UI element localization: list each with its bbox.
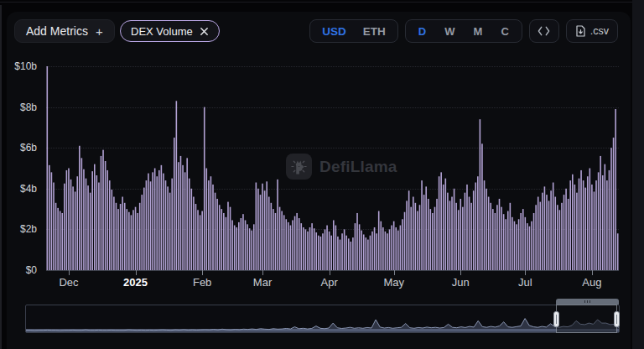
plus-icon: + (96, 24, 103, 39)
toolbar-right-controls: USD ETH D W M C (309, 19, 618, 43)
top-divider (0, 2, 644, 3)
left-edge-strip (0, 5, 2, 349)
interval-option-weekly[interactable]: W (435, 25, 464, 38)
watermark: DefiLlama (286, 154, 397, 180)
add-metrics-button[interactable]: Add Metrics + (14, 19, 115, 43)
currency-option-usd[interactable]: USD (314, 25, 355, 38)
download-csv-button[interactable]: .csv (566, 19, 618, 43)
interval-option-monthly[interactable]: M (465, 25, 492, 38)
metric-chip-label: DEX Volume (131, 25, 193, 38)
navigator-right-handle[interactable] (614, 311, 620, 327)
code-brackets-icon (538, 26, 550, 36)
toolbar: Add Metrics + DEX Volume USD ETH D W M (7, 19, 631, 44)
navigator-data-shadow (26, 305, 619, 332)
currency-option-eth[interactable]: ETH (355, 25, 394, 38)
navigator-drag-grip[interactable] (556, 299, 620, 305)
csv-label: .csv (590, 25, 609, 37)
add-metrics-label: Add Metrics (26, 24, 88, 38)
interval-option-daily[interactable]: D (409, 25, 435, 38)
csv-file-icon (575, 25, 586, 37)
defillama-logo-icon (286, 154, 312, 180)
dex-volume-dashboard: Add Metrics + DEX Volume USD ETH D W M (0, 0, 644, 349)
currency-toggle-group: USD ETH (309, 19, 398, 43)
time-range-navigator[interactable] (25, 305, 620, 333)
close-icon[interactable] (200, 27, 209, 36)
watermark-text: DefiLlama (319, 158, 397, 176)
interval-toggle-group: D W M C (405, 19, 522, 43)
metric-chip-dex-volume[interactable]: DEX Volume (120, 20, 220, 42)
navigator-left-handle[interactable] (553, 311, 559, 327)
interval-option-cumulative[interactable]: C (491, 25, 517, 38)
right-edge-strip (632, 0, 644, 349)
chart-panel: Add Metrics + DEX Volume USD ETH D W M (7, 12, 631, 349)
navigator-selection-window[interactable] (556, 305, 618, 333)
embed-chart-button[interactable] (529, 19, 559, 43)
